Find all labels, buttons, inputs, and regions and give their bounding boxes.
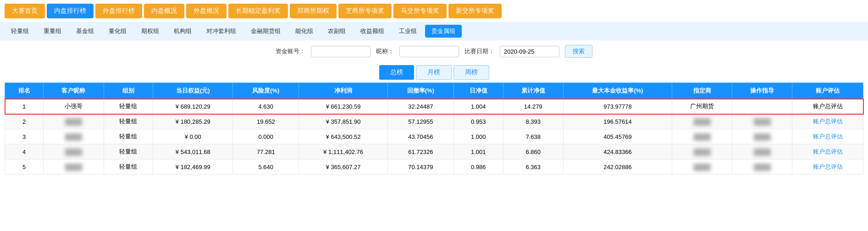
total-nav-cell: 6.363 bbox=[503, 160, 563, 175]
sub-nav-item[interactable]: 金融期货组 bbox=[244, 25, 287, 38]
tab-button[interactable]: 周榜 bbox=[453, 65, 489, 80]
rank-cell: 5 bbox=[5, 160, 44, 175]
nickname-cell: ████ bbox=[44, 114, 104, 129]
risk-rate-cell: 77.281 bbox=[233, 144, 299, 160]
search-bar: 资金账号： 昵称： 比赛日期： 搜索 bbox=[0, 40, 868, 62]
table-header-cell: 日净值 bbox=[453, 83, 503, 99]
table-header-cell: 最大本金收益率(%) bbox=[563, 83, 672, 99]
group-cell: 轻量组 bbox=[104, 114, 153, 129]
risk-rate-cell: 19.652 bbox=[233, 114, 299, 129]
max-return-cell: 242.02886 bbox=[563, 160, 672, 175]
table-header-cell: 净利润 bbox=[299, 83, 388, 99]
top-nav-item[interactable]: 马交所专项奖 bbox=[393, 4, 447, 18]
evaluation-cell[interactable]: 账户总评估 bbox=[792, 114, 863, 129]
drawdown-cell: 32.24487 bbox=[387, 99, 453, 114]
top-nav-item[interactable]: 长期稳定盈利奖 bbox=[228, 4, 288, 18]
account-input[interactable] bbox=[311, 46, 370, 57]
daily-nav-cell: 1.001 bbox=[453, 144, 503, 160]
net-profit-cell: ¥ 661,230.59 bbox=[299, 99, 388, 114]
daily-equity-cell: ¥ 182,469.99 bbox=[153, 160, 233, 175]
total-nav-cell: 6.860 bbox=[503, 144, 563, 160]
sub-nav-item[interactable]: 量化组 bbox=[102, 25, 133, 38]
tab-button[interactable]: 总榜 bbox=[379, 65, 414, 80]
rank-cell: 3 bbox=[5, 129, 44, 144]
sub-nav-item[interactable]: 期权组 bbox=[135, 25, 166, 38]
table-wrap: 排名客户昵称组别当日权益(元)风险度(%)净利润回撤率(%)日净值累计净值最大本… bbox=[0, 82, 868, 179]
risk-rate-cell: 5.640 bbox=[233, 160, 299, 175]
sub-nav-item[interactable]: 重量组 bbox=[37, 25, 68, 38]
total-nav-cell: 8.393 bbox=[503, 114, 563, 129]
sub-nav-item[interactable]: 对冲套利组 bbox=[200, 25, 243, 38]
top-nav-item[interactable]: 新交所专项奖 bbox=[448, 4, 502, 18]
broker-cell: 广州期货 bbox=[672, 99, 732, 114]
ranking-table: 排名客户昵称组别当日权益(元)风险度(%)净利润回撤率(%)日净值累计净值最大本… bbox=[5, 82, 863, 175]
daily-nav-cell: 0.986 bbox=[453, 160, 503, 175]
evaluation-cell: 账户总评估 bbox=[792, 99, 863, 114]
evaluation-cell[interactable]: 账户总评估 bbox=[792, 160, 863, 175]
top-nav-item[interactable]: 外盘排行榜 bbox=[95, 4, 142, 18]
tab-button[interactable]: 月榜 bbox=[416, 65, 452, 80]
total-nav-cell: 14.279 bbox=[503, 99, 563, 114]
nickname-cell: ████ bbox=[44, 160, 104, 175]
sub-nav-item[interactable]: 工业组 bbox=[393, 25, 423, 38]
tab-row: 总榜月榜周榜 bbox=[0, 62, 868, 82]
group-cell: 轻量组 bbox=[104, 160, 153, 175]
sub-nav-item[interactable]: 贵金属组 bbox=[425, 25, 462, 38]
broker-cell: ████ bbox=[672, 160, 732, 175]
risk-rate-cell: 4.630 bbox=[233, 99, 299, 114]
account-label: 资金账号： bbox=[276, 47, 305, 55]
nickname-label: 昵称： bbox=[376, 47, 394, 55]
guidance-cell bbox=[732, 99, 792, 114]
sub-nav-item[interactable]: 农副组 bbox=[321, 25, 352, 38]
total-nav-cell: 7.638 bbox=[503, 129, 563, 144]
table-header: 排名客户昵称组别当日权益(元)风险度(%)净利润回撤率(%)日净值累计净值最大本… bbox=[5, 83, 863, 99]
table-row: 4████轻量组¥ 543,011.6877.281¥ 1,111,402.76… bbox=[5, 144, 863, 160]
top-nav-item[interactable]: 内盘排行榜 bbox=[47, 4, 94, 18]
nickname-cell: ████ bbox=[44, 144, 104, 160]
group-cell: 轻量组 bbox=[104, 144, 153, 160]
net-profit-cell: ¥ 365,607.27 bbox=[299, 160, 388, 175]
top-nav-item[interactable]: 郑商所期权 bbox=[290, 4, 337, 18]
evaluation-link[interactable]: 账户总评估 bbox=[813, 148, 843, 155]
rank-cell: 2 bbox=[5, 114, 44, 129]
sub-nav-item[interactable]: 基金组 bbox=[70, 25, 100, 38]
top-nav-item[interactable]: 外盘概况 bbox=[186, 4, 227, 18]
top-nav-item[interactable]: 大赛首页 bbox=[5, 4, 45, 18]
daily-equity-cell: ¥ 0.00 bbox=[153, 129, 233, 144]
daily-nav-cell: 1.000 bbox=[453, 129, 503, 144]
broker-cell: ████ bbox=[672, 114, 732, 129]
search-button[interactable]: 搜索 bbox=[565, 45, 592, 58]
table-row: 5████轻量组¥ 182,469.995.640¥ 365,607.2770.… bbox=[5, 160, 863, 175]
sub-navigation: 轻量组重量组基金组量化组期权组机构组对冲套利组金融期货组能化组农副组收益额组工业… bbox=[0, 22, 868, 40]
net-profit-cell: ¥ 1,111,402.76 bbox=[299, 144, 388, 160]
rank-cell: 1 bbox=[5, 99, 44, 114]
date-input[interactable] bbox=[500, 46, 559, 57]
evaluation-link[interactable]: 账户总评估 bbox=[813, 163, 843, 170]
daily-nav-cell: 0.953 bbox=[453, 114, 503, 129]
sub-nav-item[interactable]: 轻量组 bbox=[5, 25, 35, 38]
table-header-cell: 组别 bbox=[104, 83, 153, 99]
nickname-input[interactable] bbox=[399, 46, 459, 57]
evaluation-link[interactable]: 账户总评估 bbox=[813, 133, 843, 140]
group-cell: 轻量组 bbox=[104, 129, 153, 144]
daily-nav-cell: 1.004 bbox=[453, 99, 503, 114]
sub-nav-item[interactable]: 机构组 bbox=[167, 25, 198, 38]
daily-equity-cell: ¥ 689,120.29 bbox=[153, 99, 233, 114]
evaluation-cell[interactable]: 账户总评估 bbox=[792, 129, 863, 144]
broker-cell: ████ bbox=[672, 129, 732, 144]
daily-equity-cell: ¥ 543,011.68 bbox=[153, 144, 233, 160]
net-profit-cell: ¥ 357,851.90 bbox=[299, 114, 388, 129]
guidance-cell: ████ bbox=[732, 129, 792, 144]
top-nav-item[interactable]: 芝商所专项奖 bbox=[338, 4, 392, 18]
risk-rate-cell: 0.000 bbox=[233, 129, 299, 144]
drawdown-cell: 43.70456 bbox=[387, 129, 453, 144]
sub-nav-item[interactable]: 收益额组 bbox=[354, 25, 391, 38]
table-header-cell: 当日权益(元) bbox=[153, 83, 233, 99]
evaluation-cell[interactable]: 账户总评估 bbox=[792, 144, 863, 160]
evaluation-link[interactable]: 账户总评估 bbox=[813, 118, 843, 125]
top-nav-item[interactable]: 内盘概况 bbox=[144, 4, 184, 18]
guidance-cell: ████ bbox=[732, 114, 792, 129]
sub-nav-item[interactable]: 能化组 bbox=[289, 25, 320, 38]
rank-cell: 4 bbox=[5, 144, 44, 160]
drawdown-cell: 70.14379 bbox=[387, 160, 453, 175]
